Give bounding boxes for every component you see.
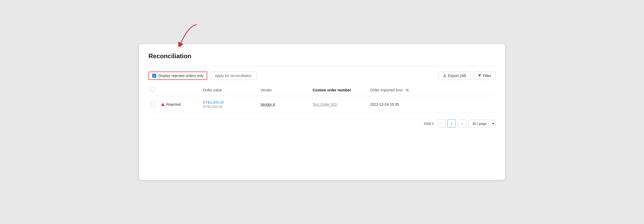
- export-icon: [443, 74, 447, 78]
- row-custom-order-cell: Test Order 003: [310, 96, 368, 113]
- row-vendor-cell: Vendor A: [258, 96, 310, 113]
- apply-reconciliation-button[interactable]: Apply for reconciliation: [210, 72, 257, 80]
- col-header-order-value: Order value: [201, 84, 258, 96]
- row-order-value-cell: NT$3,000.00 NT$3,000.00: [201, 96, 258, 113]
- arrow-annotation: [173, 23, 204, 48]
- row-checkbox-cell: [148, 96, 159, 113]
- toolbar: Display rejected orders only Apply for r…: [148, 72, 496, 80]
- col-header-custom-order-number: Custom order number: [310, 84, 368, 96]
- header-checkbox[interactable]: [151, 87, 155, 92]
- col-header-vendor: Vendor: [258, 84, 310, 96]
- custom-order-link[interactable]: Test Order 003: [313, 102, 337, 107]
- pagination-prev-button[interactable]: ‹: [437, 119, 445, 128]
- sort-icon[interactable]: [405, 88, 409, 92]
- reconciliation-card: Reconciliation Display rejected orders o…: [139, 44, 505, 180]
- display-rejected-orders-checkbox[interactable]: Display rejected orders only: [148, 72, 207, 80]
- vendor-link[interactable]: Vendor A: [260, 102, 275, 107]
- col-header-checkbox: [148, 84, 159, 96]
- divider: [148, 66, 496, 66]
- row-checkbox[interactable]: [151, 102, 155, 107]
- col-header-order-imported-time: Order imported time: [368, 84, 496, 96]
- filter-icon: [478, 74, 481, 78]
- data-table: Order value Vendor Custom order number O…: [148, 84, 496, 113]
- page-title: Reconciliation: [148, 52, 496, 60]
- rejected-triangle-icon: [161, 103, 165, 106]
- order-value-primary-link[interactable]: NT$3,000.00: [203, 100, 224, 104]
- order-value-secondary: NT$3,000.00: [203, 105, 222, 109]
- row-status-cell: Rejected: [159, 96, 201, 113]
- filter-button[interactable]: Filter: [473, 72, 496, 80]
- checkbox-checked-icon: [152, 74, 156, 78]
- col-header-status: [159, 84, 201, 96]
- pagination-total: total 1: [424, 121, 434, 126]
- row-imported-time-cell: 2021-12-24 15:35: [368, 96, 496, 113]
- pagination-page-1-button[interactable]: 1: [447, 119, 456, 128]
- pagination: total 1 ‹ 1 › 30 / page 50 / page 100 / …: [148, 119, 496, 128]
- toolbar-right: Export (All) Filter: [439, 72, 496, 80]
- export-button[interactable]: Export (All): [439, 72, 471, 80]
- toolbar-left: Display rejected orders only Apply for r…: [148, 72, 257, 80]
- table-row: Rejected NT$3,000.00 NT$3,000.00 Vendor …: [148, 96, 496, 113]
- pagination-next-button[interactable]: ›: [458, 119, 466, 128]
- checkbox-filter-label: Display rejected orders only: [158, 74, 204, 78]
- pagination-page-size-select[interactable]: 30 / page 50 / page 100 / page: [468, 120, 496, 127]
